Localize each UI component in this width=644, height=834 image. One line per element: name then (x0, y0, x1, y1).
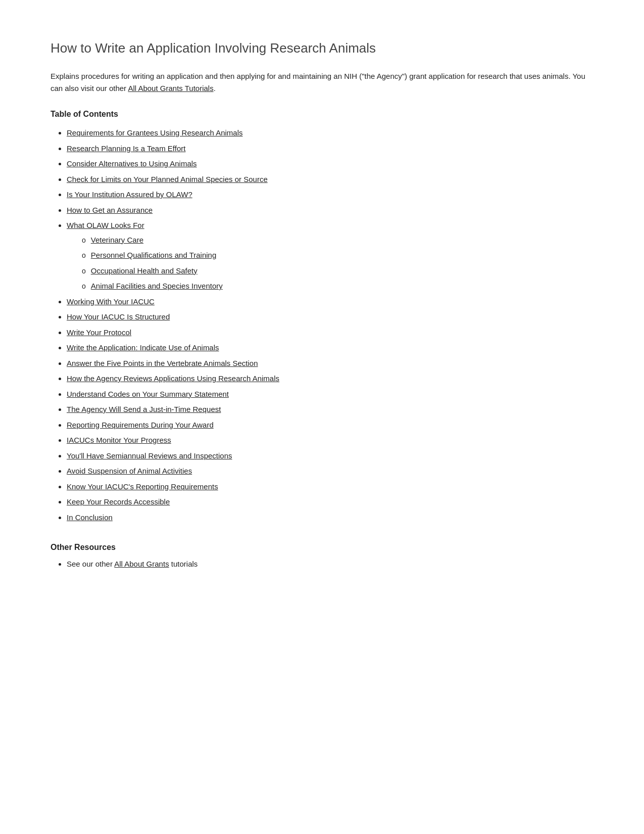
list-item: How Your IACUC Is Structured (67, 310, 593, 325)
toc-link[interactable]: Answer the Five Points in the Vertebrate… (67, 359, 258, 367)
toc-link[interactable]: Write the Application: Indicate Use of A… (67, 343, 219, 352)
toc-link[interactable]: The Agency Will Send a Just-in-Time Requ… (67, 405, 221, 413)
intro-text2: . (214, 84, 216, 92)
toc-link[interactable]: Requirements for Grantees Using Research… (67, 128, 243, 137)
resource-text-before: See our other (67, 560, 114, 568)
other-resources-section: Other Resources See our other All About … (51, 543, 593, 572)
toc-link[interactable]: Consider Alternatives to Using Animals (67, 159, 197, 168)
list-item: Occupational Health and Safety (82, 264, 593, 279)
list-item: Keep Your Records Accessible (67, 495, 593, 509)
toc-link[interactable]: IACUCs Monitor Your Progress (67, 436, 171, 444)
toc-sub-link[interactable]: Animal Facilities and Species Inventory (91, 282, 223, 290)
list-item: Write Your Protocol (67, 326, 593, 340)
toc-link[interactable]: Keep Your Records Accessible (67, 497, 170, 506)
toc-link[interactable]: Avoid Suspension of Animal Activities (67, 467, 192, 475)
table-of-contents: Requirements for Grantees Using Research… (51, 126, 593, 525)
list-item: Reporting Requirements During Your Award (67, 418, 593, 433)
list-item: Write the Application: Indicate Use of A… (67, 341, 593, 355)
list-item: Veterinary Care (82, 233, 593, 248)
list-item: What OLAW Looks ForVeterinary CarePerson… (67, 218, 593, 294)
list-item: You'll Have Semiannual Reviews and Inspe… (67, 449, 593, 464)
toc-link[interactable]: Know Your IACUC's Reporting Requirements (67, 482, 218, 491)
list-item: Is Your Institution Assured by OLAW? (67, 188, 593, 202)
toc-link[interactable]: Working With Your IACUC (67, 297, 155, 306)
list-item: See our other All About Grants tutorials (67, 557, 593, 572)
intro-paragraph: Explains procedures for writing an appli… (51, 70, 593, 95)
list-item: How to Get an Assurance (67, 203, 593, 218)
toc-sub-link[interactable]: Personnel Qualifications and Training (91, 251, 216, 259)
toc-link[interactable]: How to Get an Assurance (67, 206, 153, 214)
list-item: In Conclusion (67, 511, 593, 525)
toc-sub-link[interactable]: Occupational Health and Safety (91, 266, 197, 275)
resources-list: See our other All About Grants tutorials (51, 557, 593, 572)
toc-heading: Table of Contents (51, 110, 593, 119)
toc-link[interactable]: What OLAW Looks For (67, 221, 144, 229)
list-item: The Agency Will Send a Just-in-Time Requ… (67, 402, 593, 417)
toc-link[interactable]: In Conclusion (67, 513, 113, 522)
other-resources-heading: Other Resources (51, 543, 593, 552)
toc-link[interactable]: Check for Limits on Your Planned Animal … (67, 175, 268, 183)
resource-text-after: tutorials (169, 560, 198, 568)
toc-link[interactable]: Understand Codes on Your Summary Stateme… (67, 390, 229, 398)
list-item: How the Agency Reviews Applications Usin… (67, 372, 593, 386)
list-item: Working With Your IACUC (67, 295, 593, 309)
toc-link[interactable]: Is Your Institution Assured by OLAW? (67, 190, 192, 199)
toc-link[interactable]: You'll Have Semiannual Reviews and Inspe… (67, 451, 232, 460)
all-about-grants-link[interactable]: All About Grants Tutorials (128, 84, 213, 92)
toc-sub-link[interactable]: Veterinary Care (91, 236, 143, 244)
list-item: Animal Facilities and Species Inventory (82, 279, 593, 294)
list-item: Avoid Suspension of Animal Activities (67, 464, 593, 479)
toc-link[interactable]: How Your IACUC Is Structured (67, 312, 170, 321)
toc-link[interactable]: Reporting Requirements During Your Award (67, 421, 214, 429)
toc-link[interactable]: Write Your Protocol (67, 328, 131, 337)
list-item: Answer the Five Points in the Vertebrate… (67, 356, 593, 371)
list-item: Consider Alternatives to Using Animals (67, 157, 593, 171)
list-item: Know Your IACUC's Reporting Requirements (67, 480, 593, 494)
list-item: Research Planning Is a Team Effort (67, 142, 593, 156)
list-item: Understand Codes on Your Summary Stateme… (67, 387, 593, 402)
list-item: Requirements for Grantees Using Research… (67, 126, 593, 141)
all-about-grants-resource-link[interactable]: All About Grants (114, 560, 169, 568)
list-item: IACUCs Monitor Your Progress (67, 433, 593, 448)
list-item: Personnel Qualifications and Training (82, 248, 593, 263)
sub-toc-list: Veterinary CarePersonnel Qualifications … (67, 233, 593, 294)
toc-link[interactable]: Research Planning Is a Team Effort (67, 144, 185, 153)
toc-link[interactable]: How the Agency Reviews Applications Usin… (67, 374, 279, 383)
page-title: How to Write an Application Involving Re… (51, 40, 593, 56)
list-item: Check for Limits on Your Planned Animal … (67, 172, 593, 187)
